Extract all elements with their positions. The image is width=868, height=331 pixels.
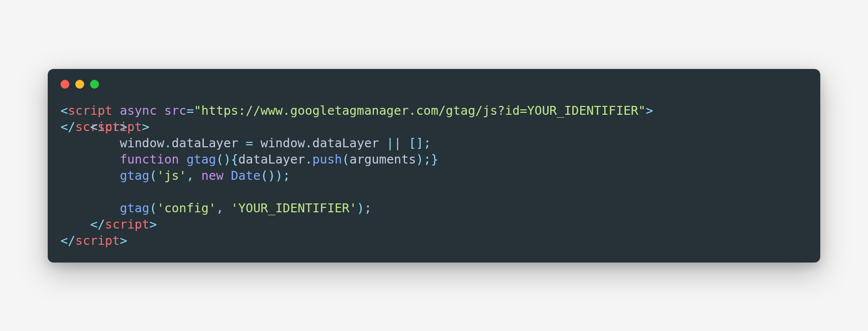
- code-token: ): [268, 168, 276, 183]
- code-token: ;: [364, 201, 372, 215]
- code-token: ): [223, 152, 231, 166]
- code-token: ]: [416, 136, 424, 150]
- code-token: script: [68, 103, 112, 118]
- code-token: script: [75, 233, 120, 248]
- code-token: src: [164, 103, 186, 118]
- code-token: .: [164, 136, 172, 150]
- code-token: .: [305, 136, 312, 150]
- code-token: [223, 168, 231, 183]
- code-token: ,: [186, 168, 194, 183]
- code-token: 'config': [157, 201, 216, 215]
- code-token: ): [357, 201, 364, 215]
- code-token: [61, 136, 120, 150]
- overlapping-line: </script> <script>: [61, 119, 150, 135]
- code-token: ;: [424, 136, 431, 150]
- code-token: [401, 136, 408, 150]
- code-token: (: [150, 168, 157, 183]
- code-token: 'js': [157, 168, 186, 183]
- code-token: gtag: [186, 152, 216, 166]
- code-token: push: [312, 152, 342, 166]
- code-token: script: [97, 120, 142, 134]
- code-token: gtag: [120, 168, 149, 183]
- code-token: [61, 152, 120, 166]
- code-token: <: [90, 120, 97, 134]
- code-token: >: [646, 103, 653, 118]
- minimize-dot-icon: [75, 80, 84, 89]
- code-token: [112, 103, 120, 118]
- code-token: >: [142, 120, 150, 134]
- code-token: {: [231, 152, 238, 166]
- code-token: (: [216, 152, 223, 166]
- code-token: [238, 136, 246, 150]
- code-token: dataLayer: [172, 136, 238, 150]
- code-token: ;: [283, 168, 290, 183]
- code-token: 'YOUR_IDENTIFIER': [231, 201, 357, 215]
- code-token: [61, 217, 90, 232]
- code-token: </: [61, 233, 75, 248]
- code-token: [: [409, 136, 416, 150]
- window-titlebar: [48, 69, 820, 89]
- code-token: "https://www.googletagmanager.com/gtag/j…: [194, 103, 646, 118]
- code-token: [61, 168, 120, 183]
- code-token: (: [342, 152, 349, 166]
- code-token: }: [431, 152, 438, 166]
- code-token: script: [105, 217, 149, 232]
- code-token: Date: [231, 168, 260, 183]
- code-token: dataLayer: [312, 136, 379, 150]
- code-token: ): [416, 152, 424, 166]
- code-token: window: [260, 136, 305, 150]
- code-window: <script async src="https://www.googletag…: [48, 69, 820, 263]
- code-token: [61, 201, 120, 215]
- code-token: new: [201, 168, 223, 183]
- code-token: [61, 120, 90, 134]
- code-token: [223, 201, 231, 215]
- code-token: gtag: [120, 201, 149, 215]
- code-token: dataLayer: [238, 152, 305, 166]
- code-token: (: [260, 168, 268, 183]
- code-token: [179, 152, 186, 166]
- code-token: ;: [424, 152, 431, 166]
- code-token: =: [246, 136, 253, 150]
- code-token: >: [150, 217, 157, 232]
- code-token: [194, 168, 201, 183]
- code-token: =: [186, 103, 194, 118]
- code-token: [253, 136, 260, 150]
- code-token: ||: [386, 136, 401, 150]
- code-token: arguments: [349, 152, 416, 166]
- code-token: ): [276, 168, 283, 183]
- code-token: window: [120, 136, 164, 150]
- close-dot-icon: [61, 80, 69, 89]
- code-token: </: [90, 217, 105, 232]
- zoom-dot-icon: [90, 80, 99, 89]
- code-token: .: [305, 152, 312, 166]
- code-token: async: [120, 103, 156, 118]
- code-block: <script async src="https://www.googletag…: [48, 89, 820, 263]
- code-token: <: [61, 103, 68, 118]
- code-token: [157, 103, 164, 118]
- code-token: (: [150, 201, 157, 215]
- code-token: [379, 136, 386, 150]
- code-token: function: [120, 152, 179, 166]
- code-token: ,: [216, 201, 223, 215]
- code-token: >: [120, 233, 127, 248]
